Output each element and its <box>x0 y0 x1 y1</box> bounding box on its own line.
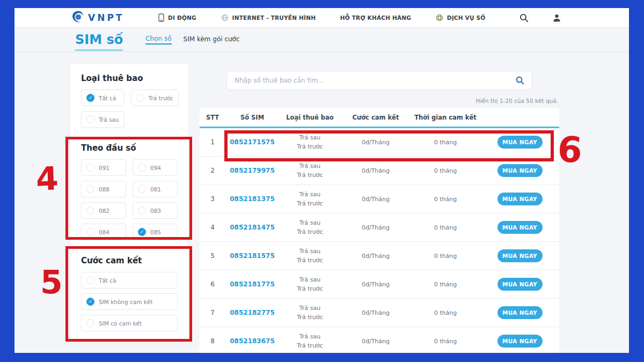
filter-option[interactable]: Tất cả <box>81 90 125 106</box>
filter-option[interactable]: SIM không cam kết <box>81 293 178 310</box>
radio-icon <box>86 319 94 327</box>
column-header: STT <box>200 114 225 121</box>
tab-chon-so[interactable]: Chọn số <box>145 35 171 45</box>
filter-section-title: Loại thuê bao <box>81 73 178 83</box>
table-row: 3 0852181375 Trả sau Trả trước 0đ/Tháng … <box>200 185 559 213</box>
table-row: 2 0852179975 Trả sau Trả trước 0đ/Tháng … <box>200 157 559 185</box>
filter-option[interactable]: Trả sau <box>81 111 125 128</box>
sim-number-link[interactable]: 0852181575 <box>225 252 279 260</box>
vnpt-logo[interactable]: VNPT <box>71 10 124 25</box>
row-index: 5 <box>200 252 225 260</box>
duration-cell: 0 tháng <box>411 281 480 288</box>
fee-cell: 0đ/Tháng <box>341 338 411 345</box>
radio-icon <box>86 276 94 284</box>
sim-number-link[interactable]: 0852181375 <box>225 195 279 203</box>
table-row: 7 0852182775 Trả sau Trả trước 0đ/Tháng … <box>200 299 559 327</box>
radio-icon <box>86 94 94 102</box>
buy-now-button[interactable]: MUA NGAY <box>497 136 543 149</box>
mobile-icon <box>158 13 164 22</box>
page-title: SIM số <box>75 32 123 47</box>
column-header: Cước cam kết <box>341 114 411 121</box>
row-index: 7 <box>200 309 225 316</box>
radio-icon <box>138 206 146 215</box>
buy-now-button[interactable]: MUA NGAY <box>497 278 543 291</box>
row-index: 1 <box>200 138 225 146</box>
radio-icon <box>86 185 94 193</box>
sim-number-link[interactable]: 0852171575 <box>225 138 279 146</box>
top-nav-item[interactable]: HỖ TRỢ KHÁCH HÀNG <box>340 14 411 21</box>
radio-icon <box>138 185 146 193</box>
top-nav-item[interactable]: INTERNET - TRUYỀN HÌNH <box>221 14 316 21</box>
column-header: Loại thuê bao <box>279 114 341 121</box>
filter-option[interactable]: 082 <box>81 202 126 219</box>
buy-now-button[interactable]: MUA NGAY <box>497 193 543 205</box>
sim-search-input[interactable] <box>235 77 516 84</box>
buy-now-button[interactable]: MUA NGAY <box>497 335 543 348</box>
top-nav-item[interactable]: DỊCH VỤ SỐ <box>436 14 486 21</box>
row-index: 2 <box>200 167 225 174</box>
filter-option[interactable]: 083 <box>133 202 178 219</box>
page: VNPT DI ĐỘNG INTERNET - TRUYỀN HÌNH HỖ T… <box>14 8 629 353</box>
radio-icon <box>138 164 146 172</box>
vnpt-logo-text: VNPT <box>88 12 124 23</box>
sim-number-link[interactable]: 0852183675 <box>225 337 279 345</box>
duration-cell: 0 tháng <box>411 167 480 174</box>
tab-sim-kem-goi-cuoc[interactable]: SIM kèm gói cước <box>184 35 240 44</box>
sim-table-header: STTSố SIMLoại thuê baoCước cam kếtThời g… <box>200 108 559 128</box>
sim-number-link[interactable]: 0852181475 <box>225 224 279 231</box>
globe-icon <box>221 14 229 21</box>
sim-table: STTSố SIMLoại thuê baoCước cam kếtThời g… <box>200 108 559 353</box>
filter-option[interactable]: Trả trước <box>131 90 179 106</box>
radio-icon <box>86 164 94 172</box>
duration-cell: 0 tháng <box>411 224 480 231</box>
filter-option[interactable]: Tất cả <box>81 272 178 289</box>
column-header: Thời gian cam kết <box>411 114 480 121</box>
sim-number-link[interactable]: 0852179975 <box>225 167 279 174</box>
radio-icon <box>86 298 94 306</box>
subscription-types: Trả sau Trả trước <box>279 275 341 293</box>
filter-option[interactable]: 084 <box>81 224 126 240</box>
filter-option[interactable]: 094 <box>133 159 178 176</box>
buy-now-button[interactable]: MUA NGAY <box>497 249 543 262</box>
subscription-types: Trả sau Trả trước <box>279 133 341 151</box>
sim-list-panel: Hiển thị 1-20 của 50 kết quả. STTSố SIML… <box>200 63 559 353</box>
digital-globe-icon <box>436 14 443 21</box>
fee-cell: 0đ/Tháng <box>341 309 411 316</box>
sim-table-body: 1 0852171575 Trả sau Trả trước 0đ/Tháng … <box>200 128 559 353</box>
top-nav-item[interactable]: DI ĐỘNG <box>158 13 196 22</box>
user-icon[interactable] <box>552 13 561 23</box>
subscription-types: Trả sau Trả trước <box>279 304 341 322</box>
table-row: 8 0852183675 Trả sau Trả trước 0đ/Tháng … <box>200 327 559 353</box>
filter-option[interactable]: 085 <box>133 224 178 240</box>
duration-cell: 0 tháng <box>411 196 480 203</box>
radio-icon <box>138 228 146 236</box>
column-header: Số SIM <box>225 114 279 121</box>
buy-now-button[interactable]: MUA NGAY <box>497 221 543 234</box>
search-submit-icon[interactable] <box>516 76 524 85</box>
buy-now-button[interactable]: MUA NGAY <box>497 164 543 177</box>
row-index: 8 <box>200 337 225 345</box>
top-nav: DI ĐỘNG INTERNET - TRUYỀN HÌNH HỖ TRỢ KH… <box>134 13 510 22</box>
fee-cell: 0đ/Tháng <box>341 224 411 231</box>
filter-option[interactable]: 091 <box>81 159 126 176</box>
top-navigation-bar: VNPT DI ĐỘNG INTERNET - TRUYỀN HÌNH HỖ T… <box>14 8 629 28</box>
duration-cell: 0 tháng <box>411 253 480 260</box>
search-icon[interactable] <box>519 13 529 23</box>
radio-icon <box>86 228 94 236</box>
subscription-types: Trả sau Trả trước <box>279 218 341 237</box>
subscription-types: Trả sau Trả trước <box>279 332 341 350</box>
table-row: 4 0852181475 Trả sau Trả trước 0đ/Tháng … <box>200 213 559 242</box>
filter-section-title: Theo đầu số <box>81 143 178 153</box>
fee-cell: 0đ/Tháng <box>341 139 411 146</box>
fee-cell: 0đ/Tháng <box>341 281 411 288</box>
radio-icon <box>136 94 144 102</box>
sim-number-link[interactable]: 0852182775 <box>225 309 279 316</box>
filter-section: Loại thuê bao Tất cả Trả trước Trả sau <box>81 73 178 136</box>
buy-now-button[interactable]: MUA NGAY <box>497 306 543 319</box>
results-info: Hiển thị 1-20 của 50 kết quả. <box>200 98 559 104</box>
radio-icon <box>86 115 94 123</box>
filter-option[interactable]: SIM có cam kết <box>81 315 178 331</box>
filter-option[interactable]: 088 <box>81 181 126 197</box>
filter-option[interactable]: 081 <box>133 181 178 197</box>
sim-number-link[interactable]: 0852181775 <box>225 280 279 288</box>
